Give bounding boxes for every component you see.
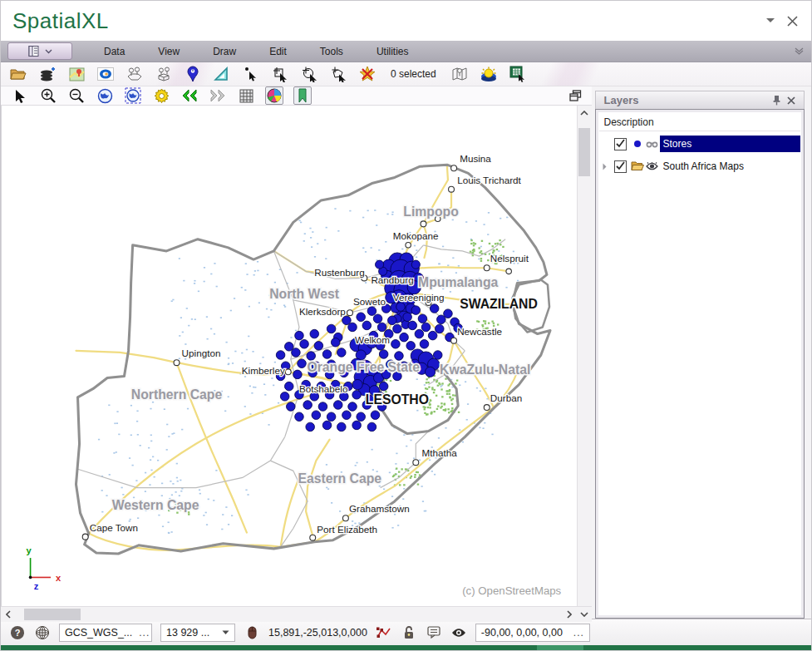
crs-more-button[interactable]: ...	[139, 627, 150, 639]
pin-panel-button[interactable]	[769, 94, 784, 107]
store-point[interactable]	[348, 402, 357, 412]
menu-draw[interactable]: Draw	[196, 42, 253, 61]
store-point[interactable]	[327, 324, 336, 333]
open-folder-button[interactable]	[9, 65, 27, 83]
menu-tools[interactable]: Tools	[303, 42, 360, 61]
zoom-in-button[interactable]	[39, 86, 57, 105]
store-point[interactable]	[435, 324, 444, 333]
store-point[interactable]	[418, 314, 427, 323]
store-point[interactable]	[303, 401, 312, 410]
map-pins-3d-button[interactable]	[155, 65, 173, 83]
store-point[interactable]	[298, 359, 307, 368]
menu-edit[interactable]: Edit	[253, 42, 303, 61]
store-point[interactable]	[295, 412, 304, 422]
scroll-up-arrow[interactable]	[577, 106, 592, 121]
grid-button[interactable]	[237, 86, 255, 105]
south-africa-maps-visibility-checkbox[interactable]	[614, 160, 627, 173]
store-point[interactable]	[421, 323, 431, 332]
store-point[interactable]	[400, 333, 409, 342]
scroll-left-arrow[interactable]	[1, 607, 16, 622]
store-point[interactable]	[276, 351, 285, 360]
store-cluster-point[interactable]	[375, 260, 383, 269]
store-cluster-point[interactable]	[352, 379, 362, 389]
rotation-field[interactable]: -90,00, 0,00, 0,00 ...	[475, 624, 590, 642]
select-rectangle-button[interactable]	[271, 65, 289, 83]
layer-row-south-africa-maps[interactable]: South Africa Maps	[599, 156, 800, 176]
lock-toggle-button[interactable]	[401, 624, 417, 641]
pointer-button[interactable]	[11, 86, 29, 105]
map-viewport[interactable]: MusinaLouis TrichardtMokopaneNelspruitRu…	[1, 106, 577, 606]
store-point[interactable]	[433, 351, 442, 360]
select-polygon-button[interactable]	[329, 65, 347, 83]
excel-select-button[interactable]	[509, 65, 527, 83]
store-point[interactable]	[322, 421, 332, 430]
store-point[interactable]	[437, 315, 446, 324]
store-point[interactable]	[377, 323, 386, 332]
zoom-out-button[interactable]	[67, 86, 86, 105]
locate-on-map-button[interactable]	[450, 65, 469, 83]
clear-selection-star-button[interactable]	[358, 65, 376, 83]
store-point[interactable]	[337, 348, 347, 358]
store-cluster-point[interactable]	[411, 260, 420, 269]
store-point[interactable]	[379, 382, 388, 391]
store-point[interactable]	[307, 352, 316, 361]
store-point[interactable]	[388, 316, 397, 325]
store-point[interactable]	[373, 314, 382, 323]
store-point[interactable]	[295, 331, 304, 340]
store-point[interactable]	[300, 339, 309, 348]
store-point[interactable]	[362, 321, 372, 330]
store-point[interactable]	[357, 412, 366, 422]
store-point[interactable]	[293, 370, 303, 379]
map-horizontal-scrollbar[interactable]	[1, 606, 577, 622]
store-point[interactable]	[312, 411, 321, 420]
scroll-right-arrow[interactable]	[562, 607, 577, 622]
store-point[interactable]	[333, 401, 342, 410]
store-point[interactable]	[310, 329, 319, 338]
add-layer-button[interactable]	[38, 65, 57, 83]
store-point[interactable]	[411, 306, 421, 315]
expand-arrow-icon[interactable]	[599, 163, 611, 170]
polyline-tool-button[interactable]	[376, 624, 392, 641]
store-point[interactable]	[306, 422, 315, 432]
menu-utilities[interactable]: Utilities	[360, 42, 426, 61]
store-point[interactable]	[352, 391, 362, 400]
store-cluster-point[interactable]	[425, 367, 435, 377]
store-point[interactable]	[352, 421, 362, 430]
store-point[interactable]	[403, 313, 412, 322]
layer-label-south-africa-maps[interactable]: South Africa Maps	[660, 158, 800, 175]
map-pins-button[interactable]	[125, 65, 144, 83]
horizontal-scroll-thumb[interactable]	[24, 609, 81, 620]
map-service-button[interactable]	[67, 65, 86, 83]
store-point[interactable]	[331, 338, 340, 347]
store-point[interactable]	[379, 350, 388, 359]
zoom-to-extent-globe-button[interactable]	[124, 86, 142, 105]
bookmark-button[interactable]	[293, 86, 312, 105]
set-square-button[interactable]	[213, 65, 231, 83]
next-view-button[interactable]	[209, 86, 227, 105]
close-panel-button[interactable]	[784, 94, 799, 107]
scroll-down-arrow[interactable]	[577, 606, 592, 622]
menubar-chevron-down-icon[interactable]	[794, 47, 805, 55]
select-circle-button[interactable]	[300, 65, 318, 83]
scale-dropdown[interactable]: 13 929 ...	[160, 624, 235, 642]
store-point[interactable]	[287, 402, 296, 412]
layer-sun-button[interactable]	[480, 65, 498, 83]
store-point[interactable]	[357, 313, 366, 322]
rotation-more-button[interactable]: ...	[573, 627, 584, 639]
map-vertical-scrollbar[interactable]	[577, 106, 592, 606]
note-button[interactable]	[426, 624, 442, 641]
store-point[interactable]	[327, 412, 336, 422]
store-point[interactable]	[395, 352, 404, 361]
collapse-window-button[interactable]	[760, 12, 781, 30]
store-point[interactable]	[415, 329, 424, 338]
store-point[interactable]	[280, 392, 289, 402]
visibility-button[interactable]	[450, 624, 467, 641]
store-point[interactable]	[371, 411, 380, 420]
store-point[interactable]	[367, 307, 376, 316]
store-point[interactable]	[322, 350, 332, 359]
previous-view-button[interactable]	[180, 86, 199, 105]
vertical-scroll-thumb[interactable]	[578, 128, 590, 176]
store-point[interactable]	[408, 321, 417, 330]
store-point[interactable]	[292, 348, 301, 358]
store-point[interactable]	[430, 304, 439, 313]
